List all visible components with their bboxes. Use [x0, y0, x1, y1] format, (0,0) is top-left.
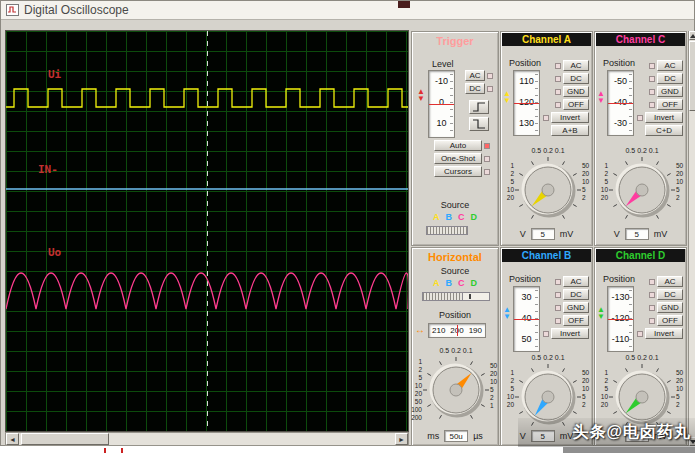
channel-a-position-display[interactable]: 110 120 130	[513, 70, 540, 136]
knob-scale-right: 50 20 10 5 2	[676, 369, 687, 409]
scroll-left-icon[interactable]: ◄	[6, 433, 19, 445]
channel-d-position-arrows[interactable]: ▲ ▼	[597, 306, 605, 320]
channel-a-invert-button[interactable]: Invert	[551, 112, 589, 123]
channel-c-gnd-button[interactable]: GND	[657, 86, 683, 97]
channel-b-title: Channel B	[522, 250, 571, 261]
trace-label-ui: Ui	[48, 68, 61, 81]
trigger-source-slider[interactable]	[426, 226, 468, 235]
unit-left: V	[614, 229, 620, 239]
channel-c-invert-button[interactable]: Invert	[645, 112, 683, 123]
channel-a-gnd-button[interactable]: GND	[563, 86, 589, 97]
trace-label-in: IN-	[38, 163, 58, 176]
vertical-scrollbar-thumb[interactable]	[689, 41, 695, 111]
trigger-ac-button[interactable]: AC	[465, 70, 485, 81]
horizontal-scrollbar-thumb[interactable]	[21, 433, 109, 445]
source-select-slider[interactable]	[462, 292, 490, 301]
source-b[interactable]: B	[446, 212, 453, 222]
channel-a-off-button[interactable]: OFF	[563, 99, 589, 110]
timebase-knob[interactable]: 0.5 0.2 0.1 1 2 5 10 20 50 100 200 50 20…	[422, 356, 490, 424]
trigger-level-arrows[interactable]: ▲ ▼	[417, 88, 425, 102]
knob-scale-top: 0.5 0.2 0.1	[600, 354, 684, 361]
schematic-fragment	[563, 447, 695, 453]
arrow-down-icon: ▼	[503, 313, 511, 320]
channel-b-ac-button[interactable]: AC	[563, 276, 589, 287]
knob-scale-left: 1 2 5 10 20	[503, 162, 514, 202]
channel-c-dc-button[interactable]: DC	[657, 73, 683, 84]
scroll-up-icon[interactable]	[689, 31, 695, 40]
rising-edge-button[interactable]	[469, 100, 489, 114]
position-label: Position	[509, 58, 541, 68]
cursors-button[interactable]: Cursors	[434, 166, 482, 177]
knob-scale-top: 0.5 0.2 0.1	[600, 147, 684, 154]
channel-d-gnd-button[interactable]: GND	[657, 302, 683, 313]
channel-b-gnd-button[interactable]: GND	[563, 302, 589, 313]
channel-c-off-button[interactable]: OFF	[657, 99, 683, 110]
channel-b-invert-button[interactable]: Invert	[551, 328, 589, 339]
background-artifact	[398, 1, 410, 8]
window-title: Digital Oscilloscope	[24, 3, 129, 17]
horizontal-scrollbar[interactable]: ◄ ►	[5, 432, 409, 446]
unit-right: µs	[473, 431, 483, 441]
channel-a-scale-value: 5	[531, 228, 555, 240]
horizontal-source-channels: A B C D	[412, 278, 498, 288]
position-value: 30	[514, 287, 539, 308]
source-b[interactable]: B	[446, 278, 453, 288]
source-c[interactable]: C	[458, 278, 465, 288]
vertical-scrollbar[interactable]	[688, 31, 695, 446]
channel-d-ac-button[interactable]: AC	[657, 276, 683, 287]
channel-a-sum-button[interactable]: A+B	[551, 125, 589, 136]
dc-led	[649, 76, 655, 82]
position-label: Position	[603, 58, 635, 68]
knob-scale-right: 50 20 10 5 2	[582, 162, 593, 202]
arrow-down-icon: ▼	[597, 313, 605, 320]
position-marker	[608, 319, 633, 320]
channel-d-dc-button[interactable]: DC	[657, 289, 683, 300]
channel-a-position-arrows[interactable]: ▲ ▼	[503, 90, 511, 104]
channel-d-off-button[interactable]: OFF	[657, 315, 683, 326]
one-shot-button[interactable]: One-Shot	[434, 153, 482, 164]
level-value: -10	[429, 71, 454, 92]
arrow-leftright-icon[interactable]: ↔	[415, 324, 425, 335]
knob-scale-top: 0.5 0.2 0.1	[506, 147, 590, 154]
channel-b-off-button[interactable]: OFF	[563, 315, 589, 326]
source-a[interactable]: A	[433, 212, 440, 222]
falling-edge-button[interactable]	[469, 117, 489, 131]
auto-button[interactable]: Auto	[434, 140, 482, 151]
channel-b-dc-button[interactable]: DC	[563, 289, 589, 300]
channel-a-dc-button[interactable]: DC	[563, 73, 589, 84]
horizontal-position-display[interactable]: 210 200 190	[428, 323, 486, 338]
channel-a-gain-knob[interactable]: 0.5 0.2 0.1 1 2 5 10 20 50 20 10 5 2	[514, 156, 582, 224]
channel-c-sum-button[interactable]: C+D	[645, 125, 683, 136]
unit-left: V	[520, 229, 526, 239]
channel-d-position-display[interactable]: -130 -120 -110	[607, 286, 634, 352]
channel-a-title: Channel A	[522, 34, 571, 45]
channel-a-ac-button[interactable]: AC	[563, 60, 589, 71]
trigger-dc-button[interactable]: DC	[465, 83, 485, 94]
trigger-ac-led	[487, 73, 493, 79]
source-c[interactable]: C	[458, 212, 465, 222]
schematic-fragment	[104, 448, 106, 453]
position-value: 210	[432, 326, 445, 335]
knob-scale-top: 0.5 0.2 0.1	[414, 347, 498, 354]
watermark: 头条@电卤药丸	[518, 418, 695, 447]
ac-led	[649, 279, 655, 285]
channel-c-ac-button[interactable]: AC	[657, 60, 683, 71]
source-d[interactable]: D	[471, 212, 478, 222]
channel-c-gain-knob[interactable]: 0.5 0.2 0.1 1 2 5 10 20 50 20 10 5 2	[608, 156, 676, 224]
source-d[interactable]: D	[471, 278, 478, 288]
channel-c-position-arrows[interactable]: ▲ ▼	[597, 90, 605, 104]
channel-b-position-display[interactable]: 30 40 50	[513, 286, 540, 352]
channel-c-scale-value: 5	[625, 228, 649, 240]
channel-b-position-arrows[interactable]: ▲ ▼	[503, 306, 511, 320]
channel-d-title: Channel D	[616, 250, 665, 261]
scroll-right-icon[interactable]: ►	[395, 433, 408, 445]
trigger-level-display[interactable]: -10 0 10	[428, 70, 455, 138]
waveform-display	[6, 31, 408, 431]
position-value: -50	[608, 71, 633, 92]
source-a[interactable]: A	[433, 278, 440, 288]
titlebar[interactable]: Digital Oscilloscope	[1, 1, 694, 20]
channel-d-invert-button[interactable]: Invert	[645, 328, 683, 339]
horizontal-source-slider[interactable]	[422, 292, 464, 301]
channel-c-position-display[interactable]: -50 -40 -30	[607, 70, 634, 136]
arrow-down-icon: ▼	[417, 95, 425, 102]
